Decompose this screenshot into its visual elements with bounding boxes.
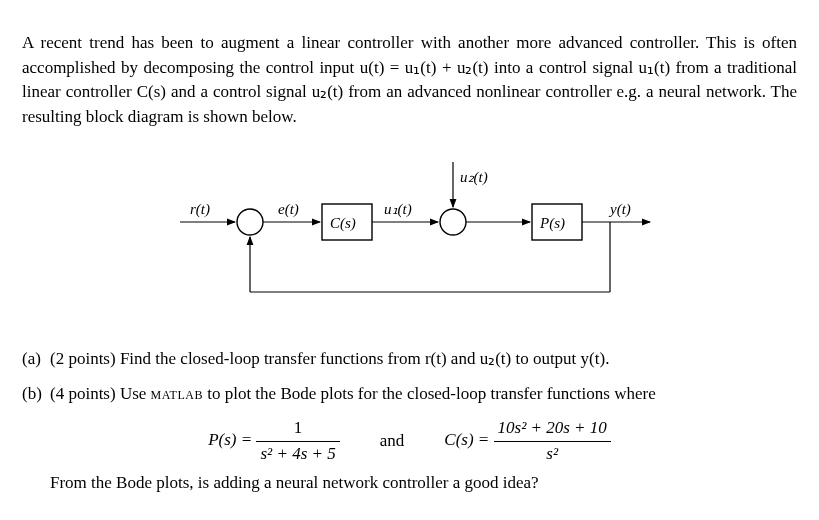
summing-junction-1 <box>237 209 263 235</box>
label-e: e(t) <box>278 201 299 218</box>
part-a-points: (2 points) <box>50 349 116 368</box>
P-numerator: 1 <box>256 416 339 441</box>
block-diagram: r(t) e(t) C(s) u₁(t) u₂(t) P(s) y(t) <box>22 152 797 320</box>
intro-paragraph: A recent trend has been to augment a lin… <box>22 31 797 130</box>
label-u1: u₁(t) <box>384 201 412 218</box>
part-b-followup: From the Bode plots, is adding a neural … <box>50 471 797 496</box>
label-y: y(t) <box>608 201 631 218</box>
question-list: (a) (2 points) Find the closed-loop tran… <box>22 347 797 495</box>
question-a: (a) (2 points) Find the closed-loop tran… <box>22 347 797 372</box>
P-lhs: P(s) = <box>208 431 256 450</box>
part-a-label: (a) <box>22 347 50 372</box>
C-denominator: s² <box>546 444 558 463</box>
equation-P: P(s) = 1 s² + 4s + 5 <box>208 416 340 466</box>
part-a-text: Find the closed-loop transfer functions … <box>120 349 610 368</box>
part-b-text-pre: Use <box>120 384 151 403</box>
equation-C: C(s) = 10s² + 20s + 10 s² <box>444 416 611 466</box>
C-numerator: 10s² + 20s + 10 <box>498 418 607 437</box>
label-P: P(s) <box>539 215 565 232</box>
part-b-text-post: to plot the Bode plots for the closed-lo… <box>203 384 656 403</box>
label-r: r(t) <box>190 201 210 218</box>
part-b-points: (4 points) <box>50 384 116 403</box>
part-b-label: (b) <box>22 382 50 407</box>
C-lhs: C(s) = <box>444 431 493 450</box>
equations-row: P(s) = 1 s² + 4s + 5 and C(s) = 10s² + 2… <box>22 416 797 466</box>
P-denominator: s² + 4s + 5 <box>260 444 335 463</box>
summing-junction-2 <box>440 209 466 235</box>
label-u2: u₂(t) <box>460 169 488 186</box>
matlab-word: matlab <box>151 384 203 403</box>
question-b: (b) (4 points) Use matlab to plot the Bo… <box>22 382 797 407</box>
and-word: and <box>380 429 405 454</box>
label-C: C(s) <box>330 215 356 232</box>
